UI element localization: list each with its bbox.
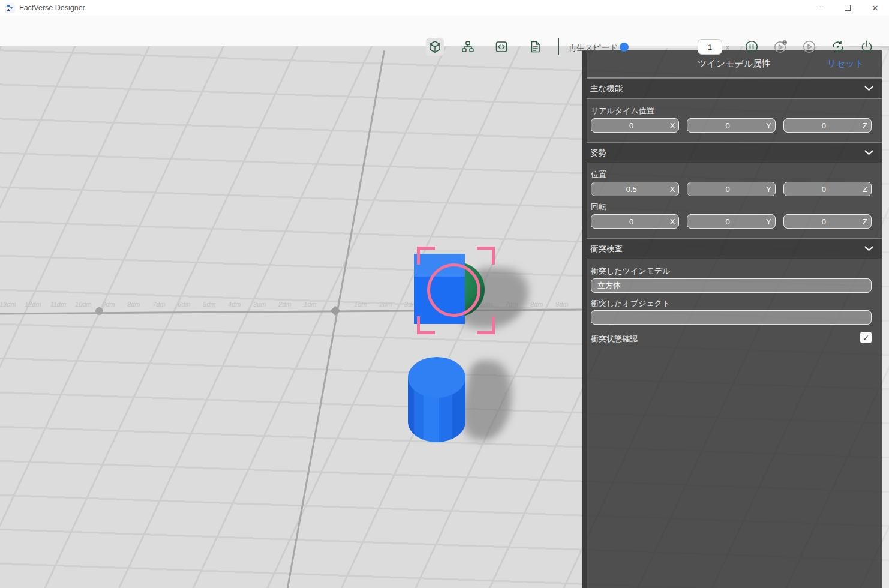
rotation-label: 回転 <box>591 202 606 212</box>
minimize-button[interactable] <box>806 0 834 16</box>
selection-corner-tr <box>477 247 495 265</box>
chevron-down-icon <box>864 246 873 251</box>
section-main-functions-label: 主な機能 <box>590 83 623 94</box>
close-icon: ✕ <box>872 4 879 12</box>
collided-object-label: 衝突したオブジェクト <box>591 298 670 309</box>
app-window: FactVerse Designer ✕ <box>0 0 889 588</box>
power-button[interactable] <box>858 38 876 56</box>
playback-speed-label: 再生スピード <box>569 43 618 53</box>
collision-status-checkbox[interactable]: ✓ <box>860 332 872 343</box>
axis-distance-label: 1dm <box>350 301 371 308</box>
cylinder-top-face <box>408 357 465 398</box>
axis-distance-label: 2dm <box>274 301 296 308</box>
collided-twin-model-input[interactable]: 立方体 <box>591 278 872 293</box>
axis-distance-label: 9dm <box>98 301 119 308</box>
model-view-button[interactable] <box>426 38 444 56</box>
maximize-icon <box>845 5 851 11</box>
loop-play-icon <box>831 40 845 54</box>
realtime-position-y-input[interactable]: 0Y <box>687 118 775 133</box>
script-view-button[interactable] <box>492 38 510 56</box>
chevron-down-icon <box>864 150 873 155</box>
axis-distance-label: 5dm <box>199 301 220 308</box>
section-collision-check[interactable]: 衝突検査 <box>587 238 882 259</box>
axis-distance-label: 9dm <box>551 301 573 308</box>
axis-distance-label: 8dm <box>526 301 548 308</box>
rotation-y-input[interactable]: 0Y <box>687 214 775 229</box>
realtime-position-row: 0X 0Y 0Z <box>591 118 872 133</box>
position-label: 位置 <box>591 169 606 180</box>
section-pose-label: 姿勢 <box>590 148 606 158</box>
speed-slider-track[interactable] <box>623 46 697 48</box>
axis-distance-label: 1dm <box>299 301 321 308</box>
axis-node-marker <box>95 307 103 315</box>
position-row: 0.5X 0Y 0Z <box>591 182 872 196</box>
checkmark-icon: ✓ <box>863 334 870 342</box>
window-controls: ✕ <box>806 0 889 16</box>
cube-3d-icon <box>428 40 442 53</box>
axis-distance-label: 10dm <box>73 301 94 308</box>
app-logo-icon <box>5 3 15 13</box>
power-icon <box>860 40 874 54</box>
panel-scrollbar[interactable] <box>882 50 889 588</box>
axis-distance-label: 11dm <box>47 301 69 308</box>
blue-cylinder-object[interactable] <box>408 357 465 442</box>
code-block-icon <box>495 40 508 53</box>
play-button[interactable] <box>800 38 818 56</box>
play-once-badge-icon: 1 <box>773 40 788 54</box>
axis-distance-label: 13dm <box>0 301 19 308</box>
position-y-input[interactable]: 0Y <box>687 182 775 196</box>
section-collision-check-label: 衝突検査 <box>590 244 623 254</box>
maximize-button[interactable] <box>834 0 861 16</box>
toolbar-divider <box>558 38 559 55</box>
ground-axis-diagonal <box>286 50 385 588</box>
close-button[interactable]: ✕ <box>861 0 889 16</box>
twin-model-properties-panel: ツインモデル属性 リセット 主な機能 リアルタイム位置 0X 0Y 0Z 姿勢 … <box>587 50 882 588</box>
section-main-functions[interactable]: 主な機能 <box>587 78 882 99</box>
realtime-position-z-input[interactable]: 0Z <box>783 118 872 133</box>
rotation-row: 0X 0Y 0Z <box>591 214 872 229</box>
titlebar: FactVerse Designer ✕ <box>0 0 889 16</box>
axis-distance-label: 2dm <box>375 301 397 308</box>
pause-circle-icon <box>744 40 759 54</box>
toolbar: 再生スピード x 1 <box>0 16 889 46</box>
speed-unit-label: x <box>726 43 729 52</box>
play-circle-icon <box>802 40 816 54</box>
axis-distance-label: 12dm <box>22 301 44 308</box>
rotation-x-input[interactable]: 0X <box>591 214 679 229</box>
hierarchy-view-button[interactable] <box>459 38 477 56</box>
axis-distance-label: 4dm <box>224 301 245 308</box>
collided-object-input[interactable] <box>591 310 872 325</box>
selection-corner-bl <box>417 316 435 334</box>
axis-distance-label: 7dm <box>148 301 170 308</box>
app-title: FactVerse Designer <box>19 4 85 12</box>
collision-status-label: 衝突状態確認 <box>591 334 638 344</box>
loop-play-button[interactable] <box>829 38 847 56</box>
document-view-button[interactable] <box>526 38 544 56</box>
axis-distance-label: 6dm <box>173 301 195 308</box>
axis-distance-label: 3dm <box>249 301 271 308</box>
axis-distance-label: 8dm <box>123 301 145 308</box>
document-icon <box>528 40 542 53</box>
position-z-input[interactable]: 0Z <box>783 182 872 196</box>
minimize-icon <box>817 8 824 8</box>
hierarchy-tree-icon <box>461 40 474 53</box>
realtime-position-label: リアルタイム位置 <box>591 106 654 116</box>
realtime-position-x-input[interactable]: 0X <box>591 118 679 133</box>
pause-button[interactable] <box>743 38 761 56</box>
speed-slider-knob[interactable] <box>620 43 629 52</box>
selection-corner-br <box>477 316 495 334</box>
selection-corner-tl <box>417 247 435 265</box>
speed-value-input[interactable] <box>698 39 722 55</box>
panel-divider[interactable] <box>582 50 587 588</box>
selection-brackets <box>417 247 495 334</box>
position-x-input[interactable]: 0.5X <box>591 182 679 196</box>
rotation-z-input[interactable]: 0Z <box>783 214 872 229</box>
collided-twin-model-label: 衝突したツインモデル <box>591 266 670 277</box>
chevron-down-icon <box>864 86 873 91</box>
section-pose[interactable]: 姿勢 <box>587 142 882 163</box>
play-once-button[interactable]: 1 <box>771 38 789 56</box>
